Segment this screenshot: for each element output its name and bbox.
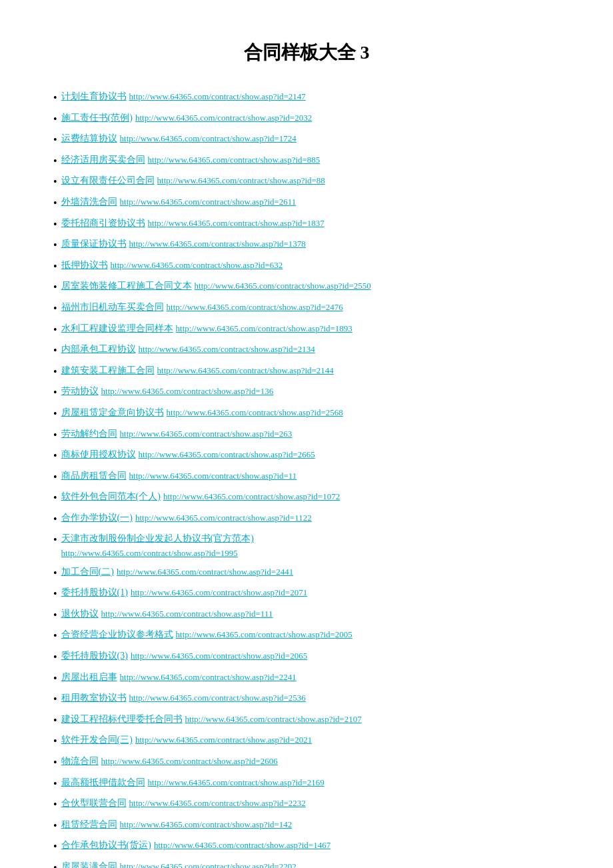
item-url[interactable]: http://www.64365.com/contract/show.asp?i… [120,860,297,868]
item-label[interactable]: 水利工程建设监理合同样本 [61,321,173,336]
item-label[interactable]: 建设工程招标代理委托合同书 [61,712,183,727]
item-label[interactable]: 房屋装潢合同 [61,859,117,868]
item-label[interactable]: 加工合同(二) [61,565,114,579]
item-url[interactable]: http://www.64365.com/contract/show.asp?i… [101,385,274,399]
item-url[interactable]: http://www.64365.com/contract/show.asp?i… [129,691,306,705]
item-label[interactable]: 商品房租赁合同 [61,469,127,483]
item-label[interactable]: 软件开发合同(三) [61,733,133,747]
list-item: • 居室装饰装修工程施工合同文本 http://www.64365.com/co… [53,279,560,296]
item-label[interactable]: 建筑安装工程施工合同 [61,363,155,378]
item-url[interactable]: http://www.64365.com/contract/show.asp?i… [157,174,325,188]
item-url[interactable]: http://www.64365.com/contract/show.asp?i… [163,490,340,504]
bullet: • [53,649,57,666]
item-url[interactable]: http://www.64365.com/contract/show.asp?i… [129,90,306,104]
item-label[interactable]: 天津市改制股份制企业发起人协议书(官方范本) [61,533,254,543]
item-content: 设立有限责任公司合同 http://www.64365.com/contract… [61,173,325,188]
item-label[interactable]: 委托持股协议(1) [61,585,128,600]
item-url[interactable]: http://www.64365.com/contract/show.asp?i… [131,586,307,600]
item-content: 合资经营企业协议参考格式 http://www.64365.com/contra… [61,627,352,642]
item-url[interactable]: http://www.64365.com/contract/show.asp?i… [157,364,334,378]
item-label[interactable]: 委托招商引资协议书 [61,216,145,231]
item-content: 合作办学协议(一) http://www.64365.com/contract/… [61,511,312,525]
item-label[interactable]: 委托持股协议(3) [61,649,128,663]
item-url[interactable]: http://www.64365.com/contract/show.asp?i… [195,279,371,293]
item-label[interactable]: 施工责任书(范例) [61,111,133,125]
item-label[interactable]: 内部承包工程协议 [61,342,136,357]
list-item: • 建设工程招标代理委托合同书 http://www.64365.com/con… [53,712,560,729]
item-url[interactable]: http://www.64365.com/contract/show.asp?i… [135,511,312,525]
item-label[interactable]: 抵押协议书 [61,258,108,273]
item-label[interactable]: 软件外包合同范本(个人) [61,489,161,504]
item-content: 建设工程招标代理委托合同书 http://www.64365.com/contr… [61,712,362,727]
item-label[interactable]: 物流合同 [61,754,99,769]
item-url[interactable]: http://www.64365.com/contract/show.asp?i… [167,406,343,420]
bullet: • [53,489,57,507]
item-label[interactable]: 劳动解约合同 [61,427,117,441]
item-url[interactable]: http://www.64365.com/contract/show.asp?i… [176,628,352,642]
item-label[interactable]: 外墙清洗合同 [61,195,117,209]
item-label[interactable]: 设立有限责任公司合同 [61,173,155,188]
item-label[interactable]: 劳动协议 [61,384,99,399]
list-item: • 施工责任书(范例) http://www.64365.com/contrac… [53,111,560,128]
item-url[interactable]: http://www.64365.com/contract/show.asp?i… [111,259,283,273]
item-label[interactable]: 合作承包协议书(货运) [61,838,151,853]
bullet: • [53,258,57,275]
list-item: • 运费结算协议 http://www.64365.com/contract/s… [53,131,560,149]
item-url[interactable]: http://www.64365.com/contract/show.asp?i… [135,733,312,747]
item-content: 房屋租赁定金意向协议书 http://www.64365.com/contrac… [61,405,343,420]
list-item: • 物流合同 http://www.64365.com/contract/sho… [53,754,560,771]
list-item: • 水利工程建设监理合同样本 http://www.64365.com/cont… [53,321,560,339]
item-label[interactable]: 计划生育协议书 [61,89,127,104]
item-url[interactable]: http://www.64365.com/contract/show.asp?i… [135,111,312,125]
item-content: 商品房租赁合同 http://www.64365.com/contract/sh… [61,469,297,483]
item-url[interactable]: http://www.64365.com/contract/show.asp?i… [148,776,324,790]
item-label[interactable]: 居室装饰装修工程施工合同文本 [61,279,192,293]
list-item: • 劳动协议 http://www.64365.com/contract/sho… [53,384,560,401]
item-url[interactable]: http://www.64365.com/contract/show.asp?i… [101,755,278,769]
item-url[interactable]: http://www.64365.com/contract/show.asp?i… [120,818,293,832]
item-url[interactable]: http://www.64365.com/contract/show.asp?i… [176,322,352,336]
item-content: 水利工程建设监理合同样本 http://www.64365.com/contra… [61,321,352,336]
item-label[interactable]: 房屋出租启事 [61,670,117,685]
item-url[interactable]: http://www.64365.com/contract/show.asp?i… [120,427,293,441]
bullet: • [53,469,57,486]
item-label[interactable]: 商标使用授权协议 [61,447,136,462]
item-url[interactable]: http://www.64365.com/contract/show.asp?i… [139,343,315,357]
item-label[interactable]: 福州市旧机动车买卖合同 [61,300,164,315]
item-url[interactable]: http://www.64365.com/contract/show.asp?i… [120,195,297,209]
item-content: 合伙型联营合同 http://www.64365.com/contract/sh… [61,796,306,811]
item-label[interactable]: 合作办学协议(一) [61,511,133,525]
item-url[interactable]: http://www.64365.com/contract/show.asp?i… [120,132,297,146]
item-url[interactable]: http://www.64365.com/contract/show.asp?i… [154,839,330,853]
item-url[interactable]: http://www.64365.com/contract/show.asp?i… [148,217,324,231]
item-label[interactable]: 房屋租赁定金意向协议书 [61,405,164,420]
item-label[interactable]: 租用教室协议书 [61,691,127,705]
item-label[interactable]: 合伙型联营合同 [61,796,127,811]
item-url[interactable]: http://www.64365.com/contract/show.asp?i… [120,671,297,685]
bullet: • [53,796,57,813]
item-label[interactable]: 合资经营企业协议参考格式 [61,627,173,642]
item-url[interactable]: http://www.64365.com/contract/show.asp?i… [61,547,254,561]
item-url[interactable]: http://www.64365.com/contract/show.asp?i… [129,237,306,251]
list-item: • 商品房租赁合同 http://www.64365.com/contract/… [53,469,560,486]
page-title: 合同样板大全 3 [53,40,560,65]
item-url[interactable]: http://www.64365.com/contract/show.asp?i… [139,448,315,462]
item-content: 质量保证协议书 http://www.64365.com/contract/sh… [61,237,306,251]
item-content: 施工责任书(范例) http://www.64365.com/contract/… [61,111,312,125]
bullet: • [53,427,57,444]
item-label[interactable]: 租赁经营合同 [61,817,117,832]
item-label[interactable]: 最高额抵押借款合同 [61,775,145,790]
item-label[interactable]: 退伙协议 [61,607,99,621]
item-url[interactable]: http://www.64365.com/contract/show.asp?i… [129,797,306,811]
item-url[interactable]: http://www.64365.com/contract/show.asp?i… [167,301,343,315]
item-url[interactable]: http://www.64365.com/contract/show.asp?i… [117,565,293,579]
item-url[interactable]: http://www.64365.com/contract/show.asp?i… [101,607,273,621]
item-url[interactable]: http://www.64365.com/contract/show.asp?i… [129,469,297,483]
item-url[interactable]: http://www.64365.com/contract/show.asp?i… [131,649,307,663]
item-url[interactable]: http://www.64365.com/contract/show.asp?i… [185,713,362,727]
item-label[interactable]: 质量保证协议书 [61,237,127,251]
item-url[interactable]: http://www.64365.com/contract/show.asp?i… [148,153,320,167]
list-item: • 房屋装潢合同 http://www.64365.com/contract/s… [53,859,560,868]
item-label[interactable]: 运费结算协议 [61,131,117,146]
item-label[interactable]: 经济适用房买卖合同 [61,153,145,167]
